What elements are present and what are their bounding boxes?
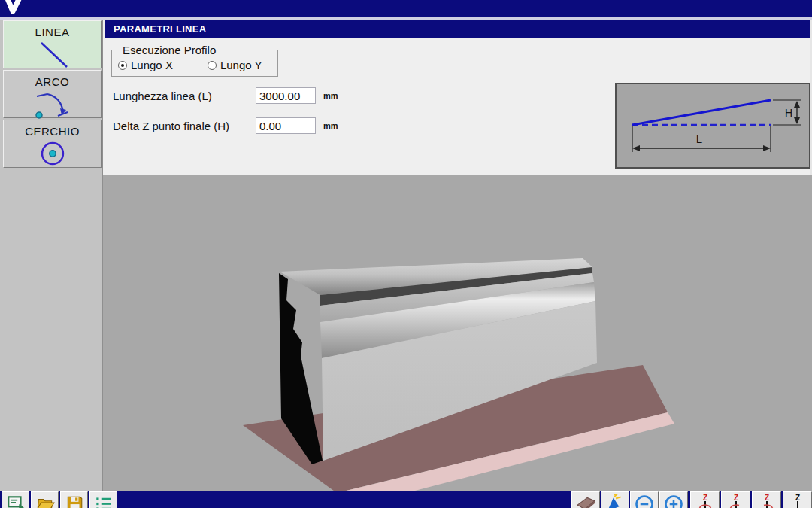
3d-viewport[interactable] [103,175,812,491]
zoom-in-button[interactable] [659,491,688,508]
svg-text:Z: Z [702,494,707,502]
esecuzione-profilo-group: Esecuzione Profilo Lungo X Lungo Y [111,44,278,77]
field-delta-z: Delta Z punto finale (H) mm [113,117,474,134]
list-button[interactable] [89,491,117,508]
title-bar [0,0,812,17]
bottom-toolbar: Z Z Z Z [0,491,812,508]
field-lunghezza-linea: Lunghezza linea (L) mm [113,87,474,104]
workpiece-icon [575,494,596,508]
profile-direction-radios: Lungo X Lungo Y [118,59,271,71]
document-export-button[interactable] [2,491,29,508]
radio-lungo-y[interactable]: Lungo Y [208,59,262,71]
sidebar-item-arco[interactable]: ARCO [3,70,102,118]
tool-sidebar: LINEA ARCO CERCHIO [0,20,103,491]
view-z-rotate-button[interactable]: Z [690,491,720,508]
workpiece-view-button[interactable] [571,491,600,508]
zoom-out-icon [634,494,655,508]
radio-label: Lungo Y [220,59,262,71]
sidebar-item-label: ARCO [4,75,101,88]
application-window: LINEA ARCO CERCHIO PARAMETRI LINEA [0,0,812,508]
circle-icon [30,139,75,169]
unit-label: mm [323,91,338,100]
parameters-panel: PARAMETRI LINEA Esecuzione Profilo Lungo… [103,20,812,175]
view-z-plain-icon: Z [788,494,807,508]
line-icon [30,40,75,70]
list-icon [94,494,114,508]
radio-dot-icon[interactable] [208,61,217,70]
open-file-button[interactable] [31,491,59,508]
view-z-arc-right-icon: Z [757,494,777,508]
view-z-arc-left-button[interactable]: Z [721,491,750,508]
panel-title: PARAMETRI LINEA [105,20,810,38]
arc-icon [30,90,75,121]
app-logo-v-icon [0,0,33,17]
group-legend: Esecuzione Profilo [120,44,219,56]
view-z-arc-left-icon: Z [726,494,746,508]
field-label: Delta Z punto finale (H) [113,120,229,132]
render-cone-icon [604,494,626,508]
save-icon [65,494,84,508]
sidebar-item-linea[interactable]: LINEA [3,20,102,68]
sidebar-item-cerchio[interactable]: CERCHIO [3,120,102,168]
radio-label: Lungo X [131,59,173,71]
lunghezza-linea-input[interactable] [256,87,316,104]
radio-lungo-x[interactable]: Lungo X [118,59,173,71]
diagram-l-label: L [696,132,702,145]
zoom-out-button[interactable] [630,491,659,508]
line-schematic-diagram: H L [615,83,810,169]
diagram-drawing: H L [617,84,809,167]
view-z-rotate-icon: Z [695,494,715,508]
sidebar-item-label: LINEA [4,26,101,38]
document-export-icon [6,494,26,508]
diagram-h-label: H [785,107,792,119]
zoom-in-icon [663,494,684,508]
3d-scene [103,175,812,491]
save-button[interactable] [60,491,88,508]
svg-text:Z: Z [795,494,799,502]
render-view-button[interactable] [601,491,629,508]
view-z-arc-right-button[interactable]: Z [752,491,781,508]
unit-label: mm [323,121,338,130]
svg-text:Z: Z [733,494,738,502]
radio-dot-icon[interactable] [118,61,127,70]
view-z-plain-button[interactable]: Z [783,491,812,508]
field-label: Lunghezza linea (L) [113,90,212,102]
delta-z-input[interactable] [256,117,316,134]
open-folder-icon [35,494,55,508]
svg-text:Z: Z [764,494,768,502]
sidebar-item-label: CERCHIO [4,125,101,138]
